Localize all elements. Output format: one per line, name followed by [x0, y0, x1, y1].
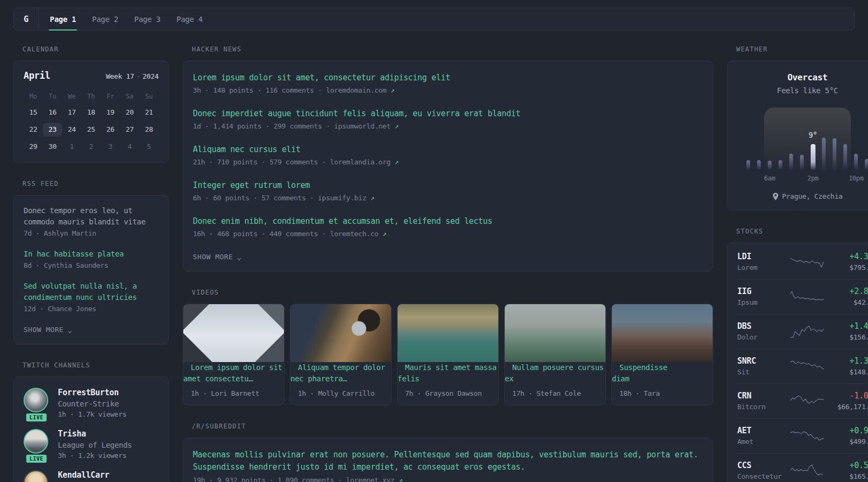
rss-item-link[interactable]: Sed volutpat nulla nisl, a condimentum n…	[24, 281, 159, 303]
avatar	[24, 429, 48, 454]
weekday-label: Tu	[43, 91, 62, 102]
weather-feels-like: Feels like 5°C	[738, 86, 868, 95]
video-thumbnail[interactable]	[290, 304, 391, 362]
sparkline-svg	[790, 394, 825, 408]
stock-name: Bitcorn	[737, 403, 787, 411]
sparkline-svg	[790, 464, 825, 478]
twitch-channel-row[interactable]: KendallCarr	[24, 470, 159, 482]
sparkline-svg	[790, 255, 825, 269]
tab-page-1[interactable]: Page 1	[42, 8, 84, 30]
weather-bar	[843, 144, 847, 170]
sparkline-svg	[790, 325, 825, 338]
stock-identity: CCS Consectetur	[737, 461, 787, 480]
hn-item-link[interactable]: Donec enim nibh, condimentum et accumsan…	[193, 215, 703, 227]
hn-item: Donec imperdiet augue tincidunt felis al…	[193, 108, 703, 130]
hn-show-more-button[interactable]: SHOW MORE⌄	[193, 253, 242, 261]
stocks-section-title: STOCKS	[736, 228, 868, 235]
subreddit-domain: loremnet.xyz	[346, 476, 394, 482]
stock-identity: IIG Ipsum	[737, 287, 787, 306]
hn-item: Integer eget rutrum lorem 6h · 60 points…	[193, 179, 703, 202]
video-title-link[interactable]: Aliquam tempor dolor nec pharetra…	[290, 357, 385, 383]
video-byline: 1h · Lori Barnett	[183, 385, 284, 405]
rss-item-link[interactable]: In hac habitasse platea	[24, 248, 159, 260]
twitch-channel-row[interactable]: LIVE Trisha League of Legends 3h · 1.2k …	[24, 429, 159, 460]
subreddit-post-link[interactable]: Maecenas mollis pulvinar erat non posuer…	[193, 449, 703, 473]
tab-page-1-label: Page 1	[50, 15, 76, 24]
tab-page-4-label: Page 4	[176, 15, 203, 24]
hn-domain-link[interactable]: ipsumify.biz ↗	[318, 194, 374, 202]
hn-domain-link[interactable]: loremlandia.org ↗	[330, 158, 399, 166]
twitch-channel-row[interactable]: LIVE ForrestBurton Counter-Strike 1h · 1…	[24, 388, 159, 418]
weather-bar-slot	[818, 118, 829, 170]
videos-section-title: VIDEOS	[192, 289, 713, 296]
rss-item-meta: 8d · Cynthia Saunders	[24, 261, 159, 269]
rss-show-more-button[interactable]: SHOW MORE⌄	[24, 326, 72, 334]
twitch-channel-name: ForrestBurton	[58, 388, 126, 397]
subreddit-domain-link[interactable]: loremnet.xyz ↗	[346, 476, 402, 482]
weather-bar	[800, 155, 804, 170]
calendar-day: 26	[101, 123, 120, 137]
hn-item-meta: 21h · 710 points · 579 comments · loreml…	[193, 158, 703, 166]
stock-change: +1.36%	[828, 356, 868, 366]
videos-row: Lorem ipsum dolor sit amet consectetu… 1…	[183, 304, 713, 405]
stock-row: IIG Ipsum +2.84% $42.04	[728, 279, 868, 314]
subreddit-card: Maecenas mollis pulvinar erat non posuer…	[183, 438, 713, 482]
stock-values: +0.51% $165.84	[828, 461, 868, 480]
weekday-label: Th	[81, 91, 101, 102]
calendar-day-muted: 2	[81, 140, 101, 154]
rss-item: Sed volutpat nulla nisl, a condimentum n…	[24, 281, 159, 313]
stock-sparkline	[787, 290, 828, 304]
video-thumbnail[interactable]	[183, 304, 284, 362]
stock-change: +4.35%	[828, 252, 868, 261]
show-more-label: SHOW MORE	[193, 253, 233, 261]
hn-domain-link[interactable]: ipsumworld.net ↗	[334, 122, 398, 130]
weather-bar-slot	[797, 118, 807, 170]
weather-bar-slot	[862, 118, 868, 170]
stock-sparkline	[787, 359, 828, 373]
stock-change: -1.00%	[828, 391, 868, 401]
hn-item-link[interactable]: Integer eget rutrum lorem	[193, 179, 703, 191]
calendar-day: 16	[43, 106, 62, 119]
video-title-link[interactable]: Nullam posuere cursus ex	[505, 357, 604, 383]
video-byline: 7h · Grayson Dawson	[398, 385, 498, 405]
video-title-link[interactable]: Mauris sit amet massa felis	[398, 357, 497, 383]
video-card: Nullam posuere cursus ex 17h · Stefan Co…	[504, 304, 606, 405]
hn-item-link[interactable]: Lorem ipsum dolor sit amet, consectetur …	[193, 72, 703, 84]
videos-widget: VIDEOS Lorem ipsum dolor sit amet consec…	[183, 289, 713, 405]
twitch-avatar-wrap	[24, 470, 49, 482]
twitch-channel-meta: 1h · 1.7k viewers	[58, 410, 126, 418]
hn-domain-link[interactable]: loremtech.co ↗	[330, 230, 386, 238]
stock-values: -1.00% $66,171.48	[828, 391, 868, 411]
stock-price: $795.18	[828, 263, 868, 272]
stock-ticker: LDI	[737, 252, 787, 261]
hn-item-link[interactable]: Donec imperdiet augue tincidunt felis al…	[193, 108, 703, 119]
hackernews-card: Lorem ipsum dolor sit amet, consectetur …	[183, 61, 713, 272]
tab-page-2[interactable]: Page 2	[84, 8, 126, 30]
video-thumbnail[interactable]	[505, 304, 605, 362]
stock-price: $148.64	[828, 368, 868, 376]
weather-bar-slot	[743, 118, 753, 170]
hn-domain: loremdomain.com	[326, 86, 386, 94]
hn-domain-link[interactable]: loremdomain.com ↗	[326, 86, 394, 94]
stock-name: Lorem	[737, 263, 787, 272]
weather-bar-slot: 10pm	[851, 118, 862, 170]
subreddit-widget: /R/SUBREDDIT Maecenas mollis pulvinar er…	[183, 423, 713, 482]
calendar-card: April Week 17·2024 Mo Tu We Th Fr Sa Su …	[13, 61, 169, 163]
video-thumbnail[interactable]	[398, 304, 498, 362]
twitch-channel-game: Counter-Strike	[58, 400, 126, 408]
hn-item-meta: 16h · 468 points · 440 comments · loremt…	[193, 230, 703, 238]
video-title-link[interactable]: Lorem ipsum dolor sit amet consectetu…	[183, 357, 282, 383]
stock-row: AET Amet +0.92% $499.72	[728, 418, 868, 453]
hn-meta-text: 1d · 1,414 points · 299 comments ·	[193, 122, 330, 130]
app-logo[interactable]: G	[14, 8, 39, 30]
hn-item-link[interactable]: Aliquam nec cursus elit	[193, 144, 703, 155]
twitch-channel-info: ForrestBurton Counter-Strike 1h · 1.7k v…	[58, 388, 126, 418]
video-thumbnail[interactable]	[612, 304, 713, 362]
dashboard-page: G Page 1 Page 2 Page 3 Page 4 CALENDAR A…	[0, 0, 868, 482]
video-title-link[interactable]: Suspendisse diam	[612, 357, 667, 383]
rss-item-link[interactable]: Donec tempor eros leo, ut commodo mauris…	[24, 205, 159, 228]
calendar-day: 21	[139, 106, 159, 119]
stock-name: Amet	[737, 438, 787, 446]
tab-page-4[interactable]: Page 4	[168, 8, 211, 30]
tab-page-3[interactable]: Page 3	[126, 8, 169, 30]
